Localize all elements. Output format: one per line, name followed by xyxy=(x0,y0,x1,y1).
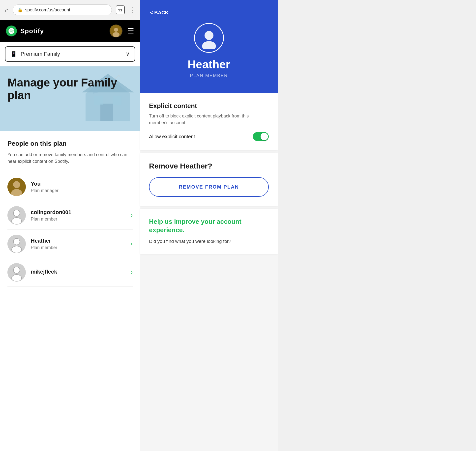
toggle-row: Allow explicit content xyxy=(149,132,269,141)
member-info: mikejfleck xyxy=(31,269,126,276)
svg-point-12 xyxy=(13,181,20,188)
svg-rect-5 xyxy=(100,104,113,121)
address-text: spotify.com/us/account xyxy=(25,7,70,13)
hero-title: Manage your Family plan xyxy=(7,76,133,101)
svg-point-19 xyxy=(12,246,22,253)
hero-section: Manage your Family plan xyxy=(0,66,140,131)
help-desc: Did you find what you were looking for? xyxy=(149,238,269,245)
chevron-right-icon: › xyxy=(131,212,133,219)
browser-bar: ⌂ 🔒 spotify.com/us/account 31 ⋮ xyxy=(0,0,140,20)
avatar xyxy=(7,263,26,282)
profile-name: Heather xyxy=(188,58,230,71)
toggle-knob xyxy=(261,133,268,140)
card-desc: Turn off to block explicit content playb… xyxy=(149,113,269,126)
list-item[interactable]: Heather Plan member › xyxy=(7,230,133,258)
toggle-label: Allow explicit content xyxy=(149,134,195,140)
browser-menu-icon[interactable]: ⋮ xyxy=(129,6,135,14)
plan-dropdown[interactable]: 📱 Premium Family ∨ xyxy=(5,46,135,62)
hamburger-icon[interactable]: ☰ xyxy=(127,27,134,35)
chevron-right-icon: › xyxy=(131,269,133,276)
profile-header: < BACK Heather PLAN MEMBER xyxy=(140,0,278,93)
avatar[interactable] xyxy=(110,25,122,37)
remove-card: Remove Heather? REMOVE FROM PLAN xyxy=(140,153,278,206)
lock-icon: 🔒 xyxy=(17,7,23,13)
plan-name: Premium Family xyxy=(21,51,122,57)
svg-point-21 xyxy=(13,267,20,273)
help-title: Help us improve your account experience. xyxy=(149,218,269,234)
toggle-switch[interactable] xyxy=(253,132,269,141)
member-role: Plan manager xyxy=(31,188,133,193)
member-name: You xyxy=(31,181,133,187)
member-name: Heather xyxy=(31,238,126,244)
svg-point-1 xyxy=(114,28,118,32)
hero-text: Manage your Family plan xyxy=(7,76,133,101)
svg-point-22 xyxy=(12,275,22,282)
svg-point-16 xyxy=(12,218,22,225)
avatar xyxy=(7,206,26,225)
avatar xyxy=(7,178,26,196)
home-icon[interactable]: ⌂ xyxy=(5,6,9,13)
svg-point-23 xyxy=(205,31,213,40)
card-title: Explicit content xyxy=(149,102,269,110)
remove-from-plan-button[interactable]: REMOVE FROM PLAN xyxy=(149,177,269,197)
svg-point-15 xyxy=(13,210,20,216)
help-card: Help us improve your account experience.… xyxy=(140,209,278,254)
profile-avatar xyxy=(194,23,224,53)
people-section: People on this plan You can add or remov… xyxy=(0,131,140,451)
section-title: People on this plan xyxy=(7,140,133,147)
right-panel: < BACK Heather PLAN MEMBER Explicit cont… xyxy=(140,0,278,451)
spotify-header: Spotify ☰ xyxy=(0,20,140,42)
member-role: Plan member xyxy=(31,217,126,222)
member-info: Heather Plan member xyxy=(31,238,126,250)
list-item[interactable]: mikejfleck › xyxy=(7,258,133,287)
profile-role: PLAN MEMBER xyxy=(190,73,228,78)
avatar xyxy=(7,235,26,253)
spotify-name: Spotify xyxy=(20,27,44,35)
member-role: Plan member xyxy=(31,245,126,250)
member-name: mikejfleck xyxy=(31,269,126,275)
header-right: ☰ xyxy=(110,25,134,37)
member-name: colingordon001 xyxy=(31,209,126,216)
section-desc: You can add or remove family members and… xyxy=(7,151,133,165)
member-list: You Plan manager colingordon001 Plan mem… xyxy=(7,173,133,287)
spotify-icon xyxy=(6,26,17,36)
plan-selector: 📱 Premium Family ∨ xyxy=(0,42,140,66)
chevron-right-icon: › xyxy=(131,241,133,247)
list-item[interactable]: You Plan manager xyxy=(7,173,133,201)
back-button[interactable]: < BACK xyxy=(150,10,169,16)
svg-point-24 xyxy=(202,41,216,49)
spotify-logo: Spotify xyxy=(6,26,44,36)
calendar-badge[interactable]: 31 xyxy=(116,5,125,14)
address-bar[interactable]: 🔒 spotify.com/us/account xyxy=(13,4,112,15)
chevron-down-icon: ∨ xyxy=(126,51,130,57)
explicit-content-card: Explicit content Turn off to block expli… xyxy=(140,93,278,150)
member-info: You Plan manager xyxy=(31,181,133,193)
list-item[interactable]: colingordon001 Plan member › xyxy=(7,201,133,230)
plan-icon: 📱 xyxy=(10,51,17,57)
member-info: colingordon001 Plan member xyxy=(31,209,126,222)
left-panel: ⌂ 🔒 spotify.com/us/account 31 ⋮ Spotify xyxy=(0,0,140,451)
remove-title: Remove Heather? xyxy=(149,162,269,170)
svg-point-18 xyxy=(13,238,20,245)
